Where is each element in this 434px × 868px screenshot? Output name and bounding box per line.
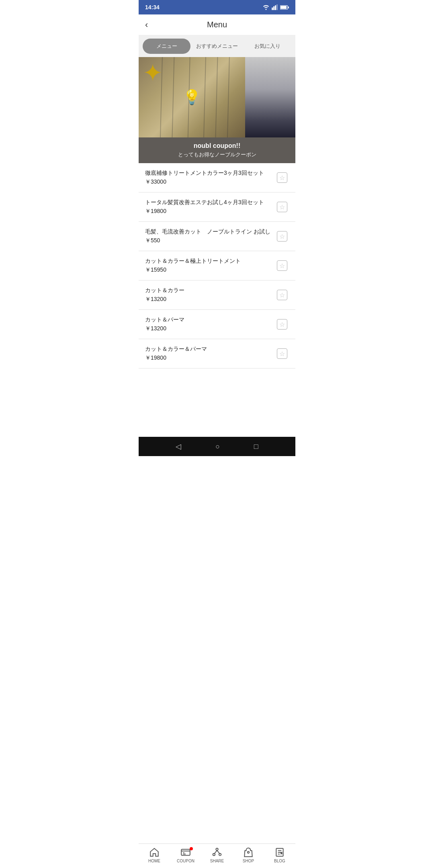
blog-icon bbox=[274, 847, 285, 858]
banner-subtitle: とってもお得なノーブルクーポン bbox=[143, 151, 291, 158]
svg-point-22 bbox=[248, 852, 249, 853]
menu-item[interactable]: トータル髪質改善エステお試し4ヶ月3回セット ￥19800 ☆ bbox=[139, 192, 295, 222]
nav-shop[interactable]: SHOP bbox=[233, 847, 264, 863]
svg-rect-1 bbox=[273, 6, 274, 10]
shop-icon bbox=[243, 847, 254, 858]
home-icon bbox=[149, 847, 160, 858]
status-icons bbox=[262, 4, 289, 10]
menu-item[interactable]: 毛髪、毛流改善カット ノーブルトライン お試し ￥550 ☆ bbox=[139, 222, 295, 251]
star-icon: ☆ bbox=[277, 260, 287, 271]
svg-rect-2 bbox=[275, 5, 276, 10]
svg-rect-3 bbox=[276, 4, 278, 10]
header: ‹ Menu bbox=[139, 14, 295, 35]
star-icon: ☆ bbox=[277, 172, 287, 183]
svg-line-21 bbox=[217, 850, 220, 854]
svg-line-8 bbox=[172, 57, 174, 137]
banner-overlay: noubl coupon!! とってもお得なノーブルクーポン bbox=[139, 137, 295, 163]
favorite-button-6[interactable]: ☆ bbox=[275, 317, 289, 331]
tab-favorites[interactable]: お気に入り bbox=[244, 39, 291, 54]
menu-item[interactable]: カット＆カラー＆パーマ ￥19800 ☆ bbox=[139, 339, 295, 368]
system-nav-bar: ◁ ○ □ bbox=[139, 437, 295, 456]
nav-coupon-label: COUPON bbox=[177, 859, 194, 863]
star-icon: ☆ bbox=[277, 202, 287, 212]
svg-line-7 bbox=[160, 57, 162, 137]
share-icon bbox=[212, 847, 222, 858]
wifi-icon bbox=[262, 4, 270, 10]
back-button[interactable]: ‹ bbox=[145, 20, 148, 30]
battery-icon bbox=[280, 5, 289, 10]
svg-line-11 bbox=[216, 57, 218, 137]
nav-coupon[interactable]: COUPON bbox=[170, 847, 201, 863]
svg-rect-0 bbox=[272, 8, 273, 10]
bottom-nav: HOME COUPON SHARE SHOP bbox=[139, 843, 295, 868]
sys-back-button[interactable]: ◁ bbox=[176, 442, 181, 451]
svg-rect-5 bbox=[280, 6, 287, 8]
star-icon: ☆ bbox=[277, 290, 287, 300]
sys-recent-button[interactable]: □ bbox=[254, 442, 258, 451]
favorite-button-5[interactable]: ☆ bbox=[275, 288, 289, 302]
menu-item[interactable]: カット＆カラー＆極上トリートメント ￥15950 ☆ bbox=[139, 251, 295, 280]
svg-point-17 bbox=[216, 848, 218, 850]
favorite-button-1[interactable]: ☆ bbox=[275, 171, 289, 184]
banner-title: noubl coupon!! bbox=[143, 142, 291, 149]
star-icon: ☆ bbox=[277, 348, 287, 359]
nav-share-label: SHARE bbox=[210, 859, 224, 863]
sys-home-button[interactable]: ○ bbox=[215, 442, 220, 451]
status-bar: 14:34 bbox=[139, 0, 295, 14]
nav-blog[interactable]: BLOG bbox=[264, 847, 295, 863]
svg-line-20 bbox=[215, 850, 217, 854]
menu-item[interactable]: カット＆パーマ ￥13200 ☆ bbox=[139, 310, 295, 339]
svg-rect-6 bbox=[288, 6, 289, 8]
svg-rect-13 bbox=[181, 849, 190, 855]
favorite-button-2[interactable]: ☆ bbox=[275, 200, 289, 214]
nav-shop-label: SHOP bbox=[243, 859, 254, 863]
coupon-badge bbox=[190, 847, 193, 850]
favorite-button-4[interactable]: ☆ bbox=[275, 259, 289, 272]
nav-share[interactable]: SHARE bbox=[201, 847, 233, 863]
signal-icon bbox=[272, 4, 278, 10]
status-time: 14:34 bbox=[145, 4, 160, 10]
menu-list: 徹底補修トリートメントカラー3ヶ月3回セット ￥33000 ☆ トータル髪質改善… bbox=[139, 163, 295, 368]
star-icon: ☆ bbox=[277, 319, 287, 330]
tab-recommended[interactable]: おすすめメニュー bbox=[193, 39, 241, 54]
svg-line-10 bbox=[204, 57, 206, 137]
page-title: Menu bbox=[207, 20, 227, 29]
nav-home[interactable]: HOME bbox=[139, 847, 170, 863]
svg-line-12 bbox=[227, 57, 229, 137]
svg-line-9 bbox=[188, 57, 190, 137]
menu-item[interactable]: カット＆カラー ￥13200 ☆ bbox=[139, 280, 295, 310]
tab-menu[interactable]: メニュー bbox=[143, 39, 190, 54]
star-icon: ☆ bbox=[277, 231, 287, 242]
tabs-container: メニュー おすすめメニュー お気に入り bbox=[139, 35, 295, 57]
nav-home-label: HOME bbox=[148, 859, 160, 863]
banner-image: ✦ 💡 bbox=[139, 57, 295, 137]
favorite-button-7[interactable]: ☆ bbox=[275, 347, 289, 360]
nav-blog-label: BLOG bbox=[274, 859, 285, 863]
favorite-button-3[interactable]: ☆ bbox=[275, 229, 289, 243]
menu-item[interactable]: 徹底補修トリートメントカラー3ヶ月3回セット ￥33000 ☆ bbox=[139, 163, 295, 192]
